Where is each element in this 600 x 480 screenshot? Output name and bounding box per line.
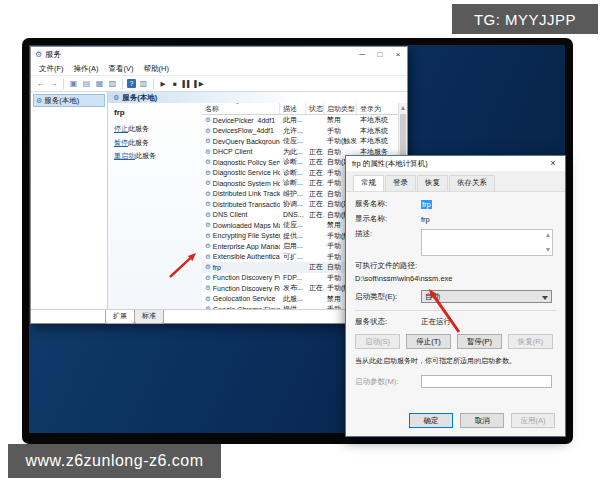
service-gear-icon: ⚙ (205, 211, 211, 219)
dialog-close-icon[interactable]: × (541, 156, 565, 171)
resume-button: 恢复(R) (508, 334, 553, 349)
service-gear-icon: ⚙ (205, 284, 211, 292)
description-textarea[interactable] (421, 229, 553, 256)
menu-bar: 文件(F)操作(A)查看(V)帮助(H) (31, 62, 407, 76)
display-name-value: frp (421, 215, 430, 224)
exe-path-value: D:\soft\nssm\win64\nssm.exe (355, 274, 556, 283)
column-header[interactable]: 登录为 (357, 103, 399, 114)
tree-item-services-local[interactable]: ⚙ 服务(本地) (33, 94, 105, 107)
dialog-title: frp 的属性(本地计算机) (352, 159, 541, 169)
service-gear-icon: ⚙ (205, 127, 211, 135)
pane-icon[interactable]: ▥ (138, 78, 149, 89)
toolbar-separator (122, 79, 123, 89)
tab-logon[interactable]: 登录 (385, 175, 416, 191)
toolbar: ← → ▣ ▤ ▦ ▧ ? ▥ ▶ ■ ▌▌ ▌▶ (31, 76, 407, 92)
ok-button[interactable]: 确定 (409, 413, 453, 428)
watermark-telegram: TG: MYYJJPP (452, 4, 598, 34)
tab-standard[interactable]: 标准 (134, 310, 164, 324)
service-action-link[interactable]: 暂停此服务 (114, 138, 198, 148)
separator (355, 310, 556, 311)
pause-service-icon[interactable]: ▌▌ (182, 78, 192, 89)
start-params-label: 启动参数(M): (355, 377, 421, 387)
tab-recovery[interactable]: 恢复 (417, 175, 448, 191)
display-name-label: 显示名称: (355, 214, 421, 224)
general-tab-page: 服务名称: frp 显示名称: frp 描述: (346, 191, 565, 436)
menu-item[interactable]: 操作(A) (69, 64, 104, 74)
column-header[interactable]: 状态 (306, 103, 324, 114)
service-status-label: 服务状态: (355, 317, 421, 327)
scrollbar-thumb[interactable] (400, 114, 406, 160)
table-row[interactable]: ⚙DevQuery Background D... 使应... 手动(触发...… (202, 136, 399, 147)
pane-header-label: 服务(本地) (122, 93, 157, 103)
service-name-label: 服务名称: (355, 199, 421, 209)
service-gear-icon: ⚙ (205, 221, 211, 229)
service-gear-icon: ⚙ (205, 200, 211, 208)
column-header[interactable]: 名称 (202, 103, 280, 114)
list-header: 名称描述状态启动类型登录为 (202, 103, 399, 115)
stop-service-icon[interactable]: ■ (170, 78, 180, 89)
restart-service-icon[interactable]: ▌▶ (194, 78, 204, 89)
tab-general[interactable]: 常规 (353, 175, 384, 191)
tab-extended[interactable]: 扩展 (105, 310, 135, 324)
table-row[interactable]: ⚙DevicesFlow_4ddf1 允许... 手动 本地系统 (202, 126, 399, 137)
desktop-screenshot-frame: ⚙ 服务 ─ □ × 文件(F)操作(A)查看(V)帮助(H) ← → ▣ ▤ … (22, 38, 573, 444)
service-gear-icon: ⚙ (205, 305, 211, 309)
toolbar-separator (153, 79, 154, 89)
minimize-button[interactable]: ─ (353, 48, 371, 62)
print-icon[interactable]: ▧ (107, 78, 118, 89)
window-titlebar[interactable]: ⚙ 服务 ─ □ × (31, 47, 407, 62)
service-gear-icon: ⚙ (205, 232, 211, 240)
watermark-url: www.z6zunlong-z6.com (8, 444, 221, 478)
scroll-up-icon[interactable] (546, 233, 550, 237)
menu-item[interactable]: 文件(F) (34, 64, 69, 74)
extended-panel: frp 停止此服务 暂停此服务 重启动此服务 (108, 103, 202, 309)
services-node-icon: ⚙ (36, 97, 42, 105)
service-gear-icon: ⚙ (205, 179, 211, 187)
start-params-input (421, 375, 552, 388)
dialog-tabs: 常规 登录 恢复 依存关系 (346, 171, 565, 191)
help-icon[interactable]: ? (127, 79, 136, 88)
maximize-button[interactable]: □ (371, 48, 389, 62)
service-action-link[interactable]: 停止此服务 (114, 124, 198, 134)
sort-ascending-icon: ˆ (236, 101, 239, 110)
startup-type-select[interactable]: 自动 (421, 290, 552, 303)
windows-desktop: ⚙ 服务 ─ □ × 文件(F)操作(A)查看(V)帮助(H) ← → ▣ ▤ … (29, 45, 565, 433)
start-service-icon[interactable]: ▶ (158, 78, 168, 89)
stop-button[interactable]: 停止(T) (406, 334, 451, 349)
scroll-down-icon[interactable] (546, 248, 550, 252)
forward-icon[interactable]: → (48, 78, 59, 89)
startup-type-label: 启动类型(E): (355, 292, 421, 302)
service-gear-icon: ⚙ (205, 253, 211, 261)
tree-item-label: 服务(本地) (44, 96, 79, 106)
menu-item[interactable]: 查看(V) (104, 64, 139, 74)
table-row[interactable]: ⚙DevicePicker_4ddf1 此用... 禁用 本地系统 (202, 115, 399, 126)
service-gear-icon: ⚙ (205, 116, 211, 124)
doc-icon[interactable]: ▦ (94, 78, 105, 89)
show-console-tree-icon[interactable]: ▣ (68, 78, 79, 89)
service-action-link[interactable]: 重启动此服务 (114, 151, 198, 161)
start-button: 启动(S) (355, 334, 400, 349)
start-params-note: 当从此处启动服务时，你可指定所适用的启动参数。 (355, 356, 556, 366)
close-button[interactable]: × (389, 48, 407, 62)
service-gear-icon: ⚙ (205, 263, 211, 271)
selected-service-name: frp (114, 108, 198, 117)
tab-dependencies[interactable]: 依存关系 (449, 175, 495, 191)
cancel-button[interactable]: 取消 (460, 413, 504, 428)
scroll-up-icon[interactable] (401, 106, 405, 110)
exe-path-label: 可执行文件的路径: (355, 261, 556, 271)
service-gear-icon: ⚙ (205, 190, 211, 198)
menu-item[interactable]: 帮助(H) (139, 64, 174, 74)
column-header[interactable]: 启动类型 (324, 103, 357, 114)
back-icon[interactable]: ← (35, 78, 46, 89)
column-header[interactable]: 描述 (280, 103, 306, 114)
apply-button: 应用(A) (511, 413, 555, 428)
pause-button[interactable]: 暂停(P) (457, 334, 502, 349)
services-app-icon: ⚙ (35, 50, 42, 59)
pane-header-icon: ⚙ (113, 94, 119, 102)
description-label: 描述: (355, 229, 421, 239)
export-list-icon[interactable]: ▤ (81, 78, 92, 89)
service-gear-icon: ⚙ (205, 137, 211, 145)
dialog-titlebar[interactable]: frp 的属性(本地计算机) × (346, 156, 565, 171)
service-gear-icon: ⚙ (205, 274, 211, 282)
service-status-value: 正在运行 (421, 317, 451, 327)
